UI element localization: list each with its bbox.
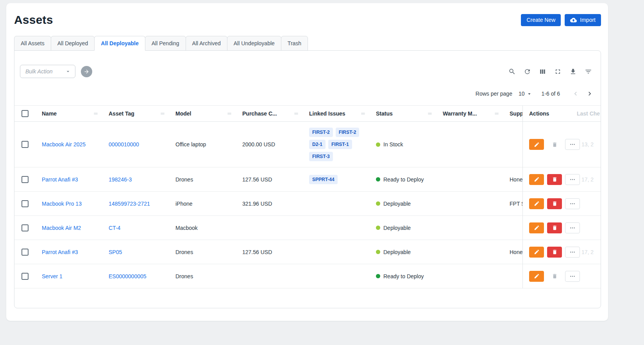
- column-resize-handle[interactable]: [93, 111, 98, 116]
- linked-issue-badge[interactable]: D2-1: [309, 140, 326, 149]
- search-button[interactable]: [508, 68, 516, 75]
- more-actions-button[interactable]: [565, 247, 580, 258]
- column-header-linked_issues[interactable]: Linked Issues: [303, 106, 370, 121]
- asset-tag-link[interactable]: SP05: [109, 249, 122, 255]
- filter-button[interactable]: [585, 68, 592, 75]
- bulk-action-group: Bulk Action: [20, 65, 92, 78]
- more-actions-button[interactable]: [565, 198, 580, 209]
- more-actions-button[interactable]: [565, 271, 580, 282]
- asset-name-link[interactable]: Macbook Pro 13: [42, 201, 82, 207]
- column-resize-handle[interactable]: [360, 111, 366, 116]
- row-checkbox[interactable]: [21, 176, 29, 183]
- asset-tag-link[interactable]: 0000010000: [109, 141, 139, 148]
- row-checkbox[interactable]: [21, 200, 29, 207]
- column-resize-handle[interactable]: [427, 111, 433, 116]
- row-checkbox[interactable]: [21, 249, 29, 256]
- edit-button[interactable]: [529, 198, 544, 209]
- asset-name-link[interactable]: Server 1: [42, 273, 63, 279]
- edit-button[interactable]: [529, 174, 544, 185]
- delete-button[interactable]: [547, 198, 562, 209]
- tab-all-pending[interactable]: All Pending: [145, 36, 186, 51]
- asset-name-link[interactable]: Macbook Air 2025: [42, 141, 86, 148]
- linked-issue-badge[interactable]: FIRST-3: [309, 152, 333, 161]
- tab-bar: All AssetsAll DeployedAll DeployableAll …: [14, 36, 601, 51]
- more-actions-button[interactable]: [565, 139, 580, 150]
- table-body: Macbook Air 20250000010000Office laptop2…: [14, 122, 601, 288]
- next-page-button[interactable]: [586, 90, 594, 98]
- select-all-checkbox[interactable]: [21, 110, 29, 117]
- delete-button[interactable]: [547, 222, 562, 233]
- column-header-warranty[interactable]: Warranty M...: [436, 106, 503, 121]
- import-button[interactable]: Import: [565, 14, 601, 26]
- name-cell: Macbook Air 2025: [36, 122, 102, 167]
- filter-icon: [585, 68, 592, 75]
- tab-all-archived[interactable]: All Archived: [186, 36, 227, 51]
- linked-issue-badge[interactable]: FIRST-2: [336, 128, 360, 137]
- tab-all-deployable[interactable]: All Deployable: [94, 36, 145, 51]
- pencil-icon: [534, 273, 540, 279]
- edit-button[interactable]: [529, 271, 544, 282]
- column-header-model[interactable]: Model: [169, 106, 236, 121]
- pencil-icon: [534, 142, 540, 148]
- edit-button[interactable]: [529, 139, 544, 150]
- column-header-purchase_cost[interactable]: Purchase C...: [236, 106, 303, 121]
- tab-all-deployed[interactable]: All Deployed: [51, 36, 95, 51]
- status-label: Deployable: [383, 249, 411, 255]
- column-header-status[interactable]: Status: [370, 106, 436, 121]
- delete-button[interactable]: [547, 247, 562, 258]
- content-panel: Bulk Action Rows per page 10: [14, 50, 601, 308]
- delete-button[interactable]: [547, 174, 562, 185]
- linked-issues-cell: SPPRT-44: [303, 167, 370, 191]
- linked-issue-badge[interactable]: SPPRT-44: [309, 175, 338, 184]
- row-checkbox[interactable]: [21, 141, 29, 148]
- create-new-button[interactable]: Create New: [521, 14, 561, 26]
- rows-per-page-select[interactable]: 10: [519, 91, 532, 97]
- asset-name-link[interactable]: Parrot Anafi #3: [42, 249, 78, 255]
- asset-tag-link[interactable]: CT-4: [109, 225, 120, 231]
- download-button[interactable]: [569, 68, 577, 75]
- column-resize-handle[interactable]: [227, 111, 232, 116]
- refresh-button[interactable]: [524, 68, 531, 75]
- more-actions-button[interactable]: [565, 222, 580, 233]
- row-checkbox[interactable]: [21, 224, 29, 231]
- row-checkbox[interactable]: [21, 273, 29, 280]
- previous-page-button[interactable]: [572, 90, 580, 98]
- tab-trash[interactable]: Trash: [281, 36, 308, 51]
- linked-issue-badge[interactable]: FIRST-1: [328, 140, 352, 149]
- bulk-action-go-button[interactable]: [81, 66, 92, 77]
- fullscreen-button[interactable]: [554, 68, 562, 75]
- name-cell: Macbook Air M2: [36, 216, 102, 240]
- asset-tag-link[interactable]: 148599723-2721: [109, 201, 150, 207]
- delete-button[interactable]: [547, 139, 562, 150]
- purchase-cost-cell: [236, 216, 303, 240]
- column-header-asset_tag[interactable]: Asset Tag: [102, 106, 169, 121]
- asset-tag-link[interactable]: ES0000000005: [109, 273, 147, 279]
- tab-all-assets[interactable]: All Assets: [14, 36, 51, 51]
- column-resize-handle[interactable]: [293, 111, 299, 116]
- warranty-cell: [436, 122, 503, 167]
- asset-name-link[interactable]: Macbook Air M2: [42, 225, 81, 231]
- delete-button[interactable]: [547, 271, 562, 282]
- column-header-name[interactable]: Name: [36, 106, 102, 121]
- edit-button[interactable]: [529, 247, 544, 258]
- columns-button[interactable]: [539, 68, 546, 75]
- hidden-date-fragment: 17, 2: [581, 176, 594, 183]
- linked-issue-badge[interactable]: FIRST-2: [309, 128, 333, 137]
- chevron-right-icon: [586, 90, 594, 98]
- rows-per-page-label: Rows per page: [476, 91, 512, 97]
- chevron-down-icon: [65, 68, 71, 75]
- columns-icon: [539, 68, 546, 75]
- tab-all-undeployable[interactable]: All Undeployable: [227, 36, 281, 51]
- column-resize-handle[interactable]: [160, 111, 165, 116]
- column-resize-handle[interactable]: [494, 111, 499, 116]
- more-actions-button[interactable]: [565, 174, 580, 185]
- hidden-date-fragment: 13, 2: [581, 141, 594, 148]
- asset-tag-link[interactable]: 198246-3: [109, 176, 132, 183]
- download-icon: [569, 68, 577, 75]
- edit-button[interactable]: [529, 222, 544, 233]
- bulk-action-select[interactable]: Bulk Action: [20, 65, 75, 78]
- asset-name-link[interactable]: Parrot Anafi #3: [42, 176, 78, 183]
- trash-icon: [552, 273, 558, 279]
- warranty-cell: [436, 240, 503, 264]
- name-cell: Macbook Pro 13: [36, 192, 102, 215]
